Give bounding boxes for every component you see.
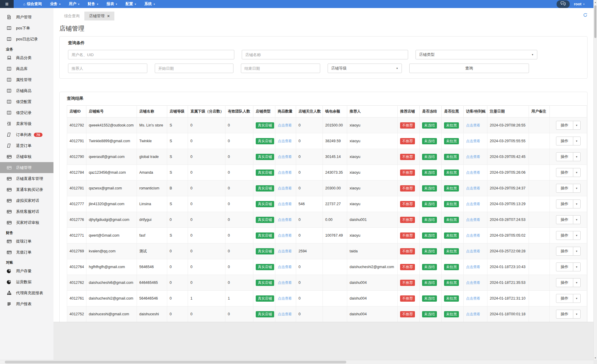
horizontal-scrollbar-thumb[interactable] xyxy=(5,361,346,363)
sidebar-item[interactable]: 运营数据 xyxy=(0,276,53,287)
nav-item[interactable]: 用户▾ xyxy=(69,1,80,7)
dropdown-caret-icon[interactable]: ▼ xyxy=(573,168,580,177)
visitors-link[interactable]: 点击查看 xyxy=(466,202,480,206)
sidebar-item[interactable]: 借贷记录 xyxy=(0,107,53,118)
sidebar-item[interactable]: 系统客服对话 xyxy=(0,206,53,217)
sidebar-item[interactable]: 代理商充提报表 xyxy=(0,287,53,298)
dropdown-caret-icon[interactable]: ▼ xyxy=(573,216,580,224)
nav-item[interactable]: ⌂综合查询 xyxy=(23,1,42,7)
scroll-up-icon[interactable]: ▲ xyxy=(594,0,597,4)
sidebar-item[interactable]: 虚拟买家对话 xyxy=(0,195,53,206)
dropdown-caret-icon[interactable]: ▼ xyxy=(573,121,580,129)
visitors-link[interactable]: 点击查看 xyxy=(466,296,480,300)
sidebar-item-active[interactable]: 店铺管理 xyxy=(0,162,53,173)
action-button[interactable]: 操作▼ xyxy=(556,215,581,224)
goods-count-link[interactable]: 点击查看 xyxy=(278,123,292,127)
action-button[interactable]: 操作▼ xyxy=(556,294,581,303)
action-button[interactable]: 操作▼ xyxy=(556,168,581,177)
action-button[interactable]: 操作▼ xyxy=(556,137,581,145)
sidebar-item[interactable]: 属性管理 xyxy=(0,74,53,85)
goods-count-link[interactable]: 点击查看 xyxy=(278,265,292,269)
dropdown-caret-icon[interactable]: ▼ xyxy=(573,247,580,255)
shop-type-select[interactable]: 店铺类型 ▼ xyxy=(416,50,537,59)
nav-item[interactable]: 财务▾ xyxy=(88,1,98,7)
action-button[interactable]: 操作▼ xyxy=(556,278,581,287)
sidebar-item[interactable]: 用户管理 xyxy=(0,12,53,23)
sidebar-item[interactable]: 店铺直通车管理 xyxy=(0,173,53,184)
nav-item[interactable]: 业务▾ xyxy=(50,1,61,7)
sidebar-item[interactable]: 退货订单 xyxy=(0,140,53,151)
sidebar-item[interactable]: 订单列表70 xyxy=(0,129,53,140)
sidebar-item[interactable]: 买家对话审核 xyxy=(0,217,53,228)
end-date-input[interactable] xyxy=(241,64,320,73)
vertical-scrollbar[interactable]: ▲ ▼ xyxy=(593,0,597,360)
action-button[interactable]: 操作▼ xyxy=(556,231,581,240)
goods-count-link[interactable]: 点击查看 xyxy=(278,233,292,238)
sidebar-item[interactable]: 商品分类 xyxy=(0,52,53,63)
user-menu[interactable]: root ▾ xyxy=(574,2,585,6)
messages-button[interactable] xyxy=(557,0,570,8)
action-button[interactable]: 操作▼ xyxy=(556,184,581,193)
dropdown-caret-icon[interactable]: ▼ xyxy=(573,200,580,208)
horizontal-scrollbar[interactable] xyxy=(0,360,593,364)
refresh-icon[interactable] xyxy=(583,13,587,18)
action-button[interactable]: 操作▼ xyxy=(556,152,581,161)
visitors-link[interactable]: 点击查看 xyxy=(466,170,480,175)
sidebar-item[interactable]: 充值订单 xyxy=(0,247,53,258)
vertical-scrollbar-thumb[interactable] xyxy=(594,5,596,38)
dropdown-caret-icon[interactable]: ▼ xyxy=(573,231,580,240)
visitors-link[interactable]: 点击查看 xyxy=(466,249,480,253)
visitors-link[interactable]: 点击查看 xyxy=(466,312,480,316)
shop-level-select[interactable]: 店铺等级 ▼ xyxy=(328,64,402,73)
scroll-down-icon[interactable]: ▼ xyxy=(594,356,597,360)
visitors-link[interactable]: 点击查看 xyxy=(466,233,480,238)
dropdown-caret-icon[interactable]: ▼ xyxy=(573,137,580,145)
shop-name-input[interactable] xyxy=(242,50,408,59)
goods-count-link[interactable]: 点击查看 xyxy=(278,139,292,143)
goods-count-link[interactable]: 点击查看 xyxy=(278,186,292,190)
goods-count-link[interactable]: 点击查看 xyxy=(278,249,292,253)
visitors-link[interactable]: 点击查看 xyxy=(466,281,480,285)
dropdown-caret-icon[interactable]: ▼ xyxy=(573,184,580,192)
tab-summary-query[interactable]: 综合查询 xyxy=(59,12,84,20)
dropdown-caret-icon[interactable]: ▼ xyxy=(573,310,580,318)
action-button[interactable]: 操作▼ xyxy=(556,247,581,256)
sidebar-item[interactable]: pos日志记录 xyxy=(0,34,53,45)
nav-item[interactable]: 报表▾ xyxy=(107,1,117,7)
close-icon[interactable]: × xyxy=(107,14,110,18)
tab-shop-management[interactable]: 店铺管理 × xyxy=(84,12,114,20)
sidebar-item[interactable]: 店铺审核 xyxy=(0,151,53,162)
sidebar-item[interactable]: pos下单 xyxy=(0,23,53,34)
goods-count-link[interactable]: 点击查看 xyxy=(278,312,292,316)
sidebar-item[interactable]: 用户报表 xyxy=(0,298,53,309)
visitors-link[interactable]: 点击查看 xyxy=(466,139,480,143)
nav-item[interactable]: 系统▾ xyxy=(144,1,155,7)
goods-count-link[interactable]: 点击查看 xyxy=(278,170,292,175)
goods-count-link[interactable]: 点击查看 xyxy=(278,155,292,159)
sidebar-item[interactable]: 直通车购买记录 xyxy=(0,184,53,195)
dropdown-caret-icon[interactable]: ▼ xyxy=(573,263,580,271)
search-button[interactable]: 查询 xyxy=(409,64,529,73)
goods-count-link[interactable]: 点击查看 xyxy=(278,281,292,285)
action-button[interactable]: 操作▼ xyxy=(556,262,581,271)
goods-count-link[interactable]: 点击查看 xyxy=(278,296,292,300)
visitors-link[interactable]: 点击查看 xyxy=(466,123,480,127)
dropdown-caret-icon[interactable]: ▼ xyxy=(573,153,580,161)
sidebar-item[interactable]: 借贷配置 xyxy=(0,96,53,107)
sidebar-item[interactable]: 提现订单 xyxy=(0,236,53,247)
action-button[interactable]: 操作▼ xyxy=(556,121,581,130)
dropdown-caret-icon[interactable]: ▼ xyxy=(573,278,580,287)
visitors-link[interactable]: 点击查看 xyxy=(466,218,480,222)
nav-item[interactable]: 配置▾ xyxy=(125,1,136,7)
referrer-input[interactable] xyxy=(68,64,147,73)
sidebar-item[interactable]: 店铺商品 xyxy=(0,85,53,96)
visitors-link[interactable]: 点击查看 xyxy=(466,186,480,190)
goods-count-link[interactable]: 点击查看 xyxy=(278,218,292,222)
visitors-link[interactable]: 点击查看 xyxy=(466,265,480,269)
visitors-link[interactable]: 点击查看 xyxy=(466,155,480,159)
action-button[interactable]: 操作▼ xyxy=(556,310,581,319)
sidebar-item[interactable]: 商品库 xyxy=(0,63,53,74)
sidebar-item[interactable]: 卖家等级 xyxy=(0,118,53,129)
action-button[interactable]: 操作▼ xyxy=(556,200,581,208)
start-date-input[interactable] xyxy=(155,64,233,73)
